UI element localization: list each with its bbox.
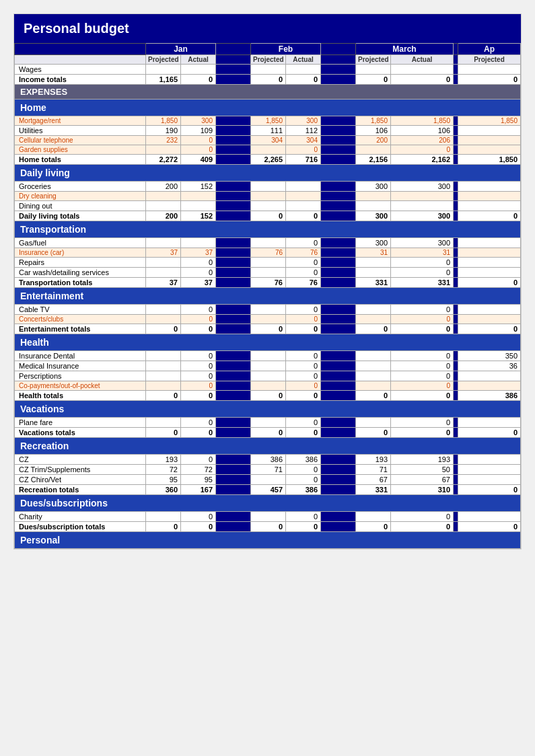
insurance-dental-row: Insurance Dental 0 0 0 350 [15, 351, 521, 361]
groceries-row: Groceries 200 152 300 300 [15, 182, 521, 192]
income-mar-act: 0 [391, 75, 454, 85]
personal-section-header: Personal [15, 532, 521, 549]
repairs-label: Repairs [15, 258, 146, 268]
home-totals-row: Home totals 2,272 409 2,265 716 2,156 2,… [15, 155, 521, 165]
insurance-car-row: Insurance (car) 37 37 76 76 31 31 [15, 248, 521, 258]
dues-section-header: Dues/subscriptions [15, 495, 521, 512]
dining-label: Dining out [15, 201, 146, 211]
wages-mar-act [391, 65, 454, 75]
carwash-label: Car wash/detailing services [15, 268, 146, 278]
personal-label: Personal [15, 532, 521, 549]
jan-header: Jan [146, 44, 216, 55]
spreadsheet: Personal budget Jan Feb March Ap [13, 13, 522, 550]
utilities-label: Utilities [15, 126, 146, 136]
daily-totals-label: Daily living totals [15, 211, 146, 221]
daily-section-header: Daily living [15, 165, 521, 182]
vacations-totals-label: Vacations totals [15, 428, 146, 438]
recreation-section-header: Recreation [15, 438, 521, 455]
daily-label: Daily living [15, 165, 521, 182]
cable-label: Cable TV [15, 305, 146, 315]
entertainment-label: Entertainment [15, 288, 521, 305]
ap-projected-header: Projected [458, 55, 521, 65]
jan-actual-header: Actual [181, 55, 216, 65]
utilities-row: Utilities 190 109 111 112 106 106 [15, 126, 521, 136]
income-mar-proj: 0 [356, 75, 391, 85]
income-ap-proj: 0 [458, 75, 521, 85]
cz-trim-row: CZ Trim/Supplements 72 72 71 0 71 50 [15, 465, 521, 475]
expenses-label: EXPENSES [15, 85, 521, 100]
recreation-label: Recreation [15, 438, 521, 455]
insurance-dental-label: Insurance Dental [15, 351, 146, 361]
health-label: Health [15, 334, 521, 351]
wages-row: Wages [15, 65, 521, 75]
plane-fare-label: Plane fare [15, 418, 146, 428]
subheader-row: Projected Actual Projected Actual Projec… [15, 55, 521, 65]
home-label: Home [15, 100, 521, 116]
gas-label: Gas/fuel [15, 238, 146, 248]
garden-row: Garden supplies 0 0 0 [15, 145, 521, 155]
dining-row: Dining out [15, 201, 521, 211]
gas-row: Gas/fuel 0 300 300 [15, 238, 521, 248]
income-jan-act: 0 [181, 75, 216, 85]
vacations-totals-row: Vacations totals 0 0 0 0 0 0 0 [15, 428, 521, 438]
entertainment-totals-label: Entertainment totals [15, 324, 146, 334]
wages-feb-proj [251, 65, 286, 75]
dues-totals-label: Dues/subscription totals [15, 522, 146, 532]
cz-label: CZ [15, 455, 146, 465]
income-totals-label: Income totals [15, 75, 146, 85]
cz-chiro-label: CZ Chiro/Vet [15, 475, 146, 485]
cz-trim-label: CZ Trim/Supplements [15, 465, 146, 475]
income-feb-proj: 0 [251, 75, 286, 85]
income-feb-act: 0 [286, 75, 321, 85]
spreadsheet-title: Personal budget [14, 14, 521, 43]
vacations-label: Vacations [15, 401, 521, 418]
cable-row: Cable TV 0 0 0 [15, 305, 521, 315]
recreation-totals-label: Recreation totals [15, 485, 146, 495]
charity-row: Charity 0 0 0 [15, 512, 521, 522]
copayments-label: Co-payments/out-of-pocket [15, 381, 146, 391]
wages-jan-proj [146, 65, 181, 75]
month-header-row: Jan Feb March Ap [15, 44, 521, 55]
dry-cleaning-row: Dry cleaning [15, 192, 521, 201]
health-totals-row: Health totals 0 0 0 0 0 0 386 [15, 391, 521, 401]
garden-label: Garden supplies [15, 145, 146, 155]
repairs-row: Repairs 0 0 0 [15, 258, 521, 268]
health-section-header: Health [15, 334, 521, 351]
cellular-label: Cellular telephone [15, 136, 146, 145]
mortgage-row: Mortgage/rent 1,850 300 1,850 300 1,850 … [15, 116, 521, 126]
expenses-header-row: EXPENSES [15, 85, 521, 100]
mortgage-label: Mortgage/rent [15, 116, 146, 126]
transportation-totals-row: Transportation totals 37 37 76 76 331 33… [15, 278, 521, 288]
cz-chiro-row: CZ Chiro/Vet 95 95 0 67 67 [15, 475, 521, 485]
copayments-row: Co-payments/out-of-pocket 0 0 0 [15, 381, 521, 391]
ap-header: Ap [458, 44, 521, 55]
home-section-header: Home [15, 100, 521, 116]
recreation-totals-row: Recreation totals 360 167 457 386 331 31… [15, 485, 521, 495]
feb-actual-header: Actual [286, 55, 321, 65]
home-totals-label: Home totals [15, 155, 146, 165]
wages-ap-proj [458, 65, 521, 75]
concerts-row: Concerts/clubs 0 0 0 [15, 315, 521, 324]
vacations-section-header: Vacations [15, 401, 521, 418]
transportation-section-header: Transportation [15, 221, 521, 238]
wages-label: Wages [15, 65, 146, 75]
wages-feb-act [286, 65, 321, 75]
cellular-row: Cellular telephone 232 0 304 304 200 206 [15, 136, 521, 145]
perscriptions-label: Perscriptions [15, 371, 146, 381]
dues-label: Dues/subscriptions [15, 495, 521, 512]
perscriptions-row: Perscriptions 0 0 0 [15, 371, 521, 381]
medical-insurance-label: Medical Insurance [15, 361, 146, 371]
mar-projected-header: Projected [356, 55, 391, 65]
carwash-row: Car wash/detailing services 0 0 0 [15, 268, 521, 278]
plane-fare-row: Plane fare 0 0 0 [15, 418, 521, 428]
transportation-label: Transportation [15, 221, 521, 238]
cz-row: CZ 193 0 386 386 193 193 [15, 455, 521, 465]
income-jan-proj: 1,165 [146, 75, 181, 85]
concerts-label: Concerts/clubs [15, 315, 146, 324]
groceries-label: Groceries [15, 182, 146, 192]
transportation-totals-label: Transportation totals [15, 278, 146, 288]
daily-totals-row: Daily living totals 200 152 0 0 300 300 … [15, 211, 521, 221]
charity-label: Charity [15, 512, 146, 522]
medical-insurance-row: Medical Insurance 0 0 0 36 [15, 361, 521, 371]
entertainment-section-header: Entertainment [15, 288, 521, 305]
